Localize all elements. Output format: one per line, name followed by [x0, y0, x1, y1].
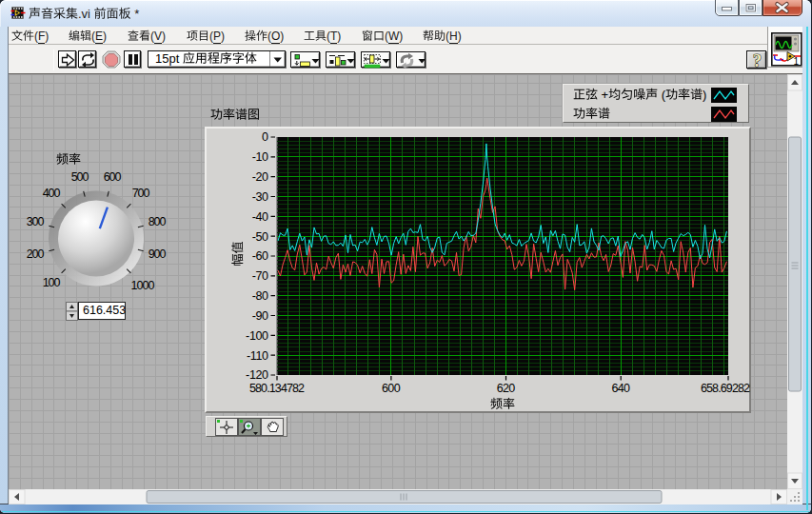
svg-text:): ) [703, 87, 706, 101]
svg-text:600: 600 [382, 382, 401, 395]
svg-text:(F): (F) [34, 29, 49, 42]
svg-text:15pt: 15pt [155, 51, 180, 66]
svg-text:1: 1 [793, 56, 799, 67]
svg-text:100: 100 [43, 276, 61, 289]
svg-text:900: 900 [148, 247, 166, 261]
svg-text:+: + [602, 87, 609, 101]
svg-text:400: 400 [43, 187, 61, 200]
svg-text:800: 800 [148, 215, 166, 228]
svg-text:580.134782: 580.134782 [249, 382, 305, 395]
svg-text:(: ( [662, 87, 666, 101]
svg-text:(W): (W) [385, 29, 403, 42]
svg-text:300: 300 [27, 215, 45, 228]
svg-text:.vi: .vi [78, 6, 90, 20]
svg-text:700: 700 [131, 187, 149, 200]
svg-text:500: 500 [71, 170, 89, 184]
svg-text:620: 620 [497, 382, 516, 395]
svg-text:600: 600 [104, 170, 122, 184]
svg-text:(E): (E) [91, 29, 107, 42]
svg-text:(O): (O) [267, 29, 284, 42]
svg-text:(T): (T) [327, 29, 341, 42]
svg-text:(H): (H) [446, 29, 462, 42]
svg-text:*: * [134, 6, 139, 20]
svg-text:640: 640 [612, 382, 631, 395]
svg-text:658.692825: 658.692825 [701, 382, 750, 395]
svg-text:1000: 1000 [131, 279, 155, 292]
svg-text:(V): (V) [150, 29, 166, 42]
svg-text:?: ? [753, 51, 762, 69]
svg-text:(P): (P) [209, 29, 225, 42]
svg-text:200: 200 [27, 247, 45, 261]
